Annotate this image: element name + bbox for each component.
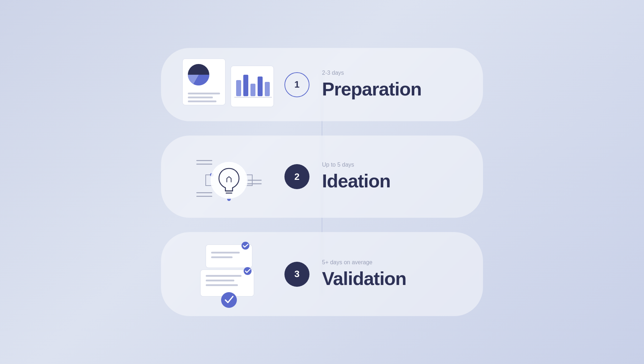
svg-point-32 xyxy=(244,267,252,275)
svg-rect-29 xyxy=(206,275,241,277)
duration-2: Up to 5 days xyxy=(322,162,465,168)
duration-3: 5+ days on average xyxy=(322,259,465,266)
illustration-ideation xyxy=(175,143,283,211)
step-card-3: 3 5+ days on average Validation xyxy=(161,232,483,316)
svg-rect-2 xyxy=(188,93,220,94)
svg-rect-6 xyxy=(236,80,241,96)
duration-1: 2-3 days xyxy=(322,70,465,76)
svg-point-33 xyxy=(221,292,237,308)
step-row-2: 2 Up to 5 days Ideation xyxy=(161,136,483,218)
svg-rect-4 xyxy=(188,100,216,102)
svg-rect-10 xyxy=(265,82,270,96)
step-card-1: 1 2-3 days Preparation xyxy=(161,48,483,121)
title-1: Preparation xyxy=(322,78,465,100)
svg-rect-7 xyxy=(243,75,248,96)
svg-rect-8 xyxy=(250,84,255,96)
svg-rect-31 xyxy=(206,284,238,286)
svg-rect-3 xyxy=(188,97,213,98)
step-text-3: 5+ days on average Validation xyxy=(311,259,465,289)
step-text-1: 2-3 days Preparation xyxy=(311,70,465,100)
step-number-2: 2 xyxy=(284,164,309,189)
step-number-area-1: 1 xyxy=(283,72,311,97)
step-card-2: 2 Up to 5 days Ideation xyxy=(161,136,483,218)
step-row-3: 3 5+ days on average Validation xyxy=(161,232,483,316)
steps-container: 1 2-3 days Preparation xyxy=(161,48,483,316)
step-number-area-2: 2 xyxy=(283,164,311,189)
step-number-1: 1 xyxy=(284,72,309,97)
step-number-3: 3 xyxy=(284,262,309,287)
svg-rect-25 xyxy=(211,252,240,254)
svg-rect-26 xyxy=(211,256,233,258)
step-text-2: Up to 5 days Ideation xyxy=(311,162,465,192)
title-2: Ideation xyxy=(322,170,465,192)
title-3: Validation xyxy=(322,268,465,289)
step-row-1: 1 2-3 days Preparation xyxy=(161,48,483,121)
illustration-preparation xyxy=(175,55,283,114)
svg-point-27 xyxy=(241,242,249,250)
svg-rect-9 xyxy=(258,77,263,96)
step-number-area-3: 3 xyxy=(283,262,311,287)
svg-rect-30 xyxy=(206,280,234,281)
illustration-validation xyxy=(175,239,283,309)
